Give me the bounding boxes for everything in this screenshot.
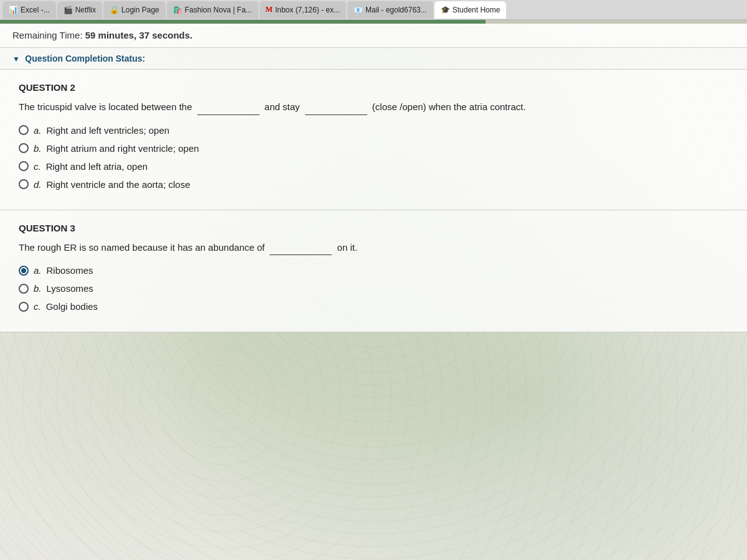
timer-text: Remaining Time: 59 minutes, 37 seconds.: [12, 30, 192, 40]
option-3b-letter: b.: [34, 283, 42, 294]
fashionnova-icon: 🛍️: [173, 6, 182, 14]
tab-login-label: Login Page: [121, 6, 159, 14]
question-3-number: QUESTION 3: [19, 223, 728, 233]
excel-icon: 📊: [9, 6, 18, 14]
blank-3: [270, 241, 332, 256]
option-3b[interactable]: b. Lysosomes: [19, 283, 728, 294]
mail-icon: 📧: [354, 6, 363, 14]
radio-2c[interactable]: [19, 161, 29, 171]
tab-fashionnova[interactable]: 🛍️ Fashion Nova | Fa...: [167, 1, 258, 19]
option-3c[interactable]: c. Golgi bodies: [19, 301, 728, 312]
question-2-container: QUESTION 2 The tricuspid valve is locate…: [0, 70, 747, 210]
option-2a-letter: a.: [34, 125, 42, 136]
qc-status-label: Question Completion Status:: [25, 54, 145, 63]
tab-mail[interactable]: 📧 Mail - egold6763...: [347, 1, 433, 19]
tab-inbox[interactable]: M Inbox (7,126) - ex...: [260, 1, 346, 19]
timer-section: Remaining Time: 59 minutes, 37 seconds.: [0, 24, 747, 48]
option-3a-text: Ribosomes: [47, 265, 93, 276]
tab-student-label: Student Home: [453, 6, 500, 14]
question-3-text: The rough ER is so named because it has …: [19, 241, 728, 256]
netflix-icon: 🎬: [63, 6, 73, 14]
tab-netflix-label: Netflix: [75, 6, 96, 14]
question-3-container: QUESTION 3 The rough ER is so named beca…: [0, 210, 747, 333]
radio-3b[interactable]: [19, 284, 29, 294]
tab-excel-label: Excel -...: [21, 6, 50, 14]
inbox-icon: M: [266, 5, 273, 14]
tab-inbox-label: Inbox (7,126) - ex...: [275, 6, 340, 14]
student-icon: 🎓: [441, 6, 450, 14]
radio-2d[interactable]: [19, 179, 29, 189]
option-2b[interactable]: b. Right atrium and right ventricle; ope…: [19, 143, 728, 154]
tab-fashionnova-label: Fashion Nova | Fa...: [185, 6, 252, 14]
option-2a[interactable]: a. Right and left ventricles; open: [19, 125, 728, 136]
question-2-number: QUESTION 2: [19, 82, 728, 93]
radio-3c[interactable]: [19, 302, 29, 312]
question-2-text: The tricuspid valve is located between t…: [19, 100, 728, 115]
timer-value: 59 minutes, 37 seconds.: [85, 30, 193, 40]
option-2c-text: Right and left atria, open: [46, 161, 148, 172]
option-2d[interactable]: d. Right ventricle and the aorta; close: [19, 179, 728, 190]
tab-login[interactable]: 🔒 Login Page: [103, 1, 166, 19]
radio-3a-fill: [21, 268, 26, 273]
radio-2a[interactable]: [19, 125, 29, 135]
option-2c-letter: c.: [34, 161, 41, 172]
option-2d-letter: d.: [34, 179, 42, 190]
radio-3a[interactable]: [19, 266, 29, 276]
content-wrapper: Remaining Time: 59 minutes, 37 seconds. …: [0, 20, 747, 332]
radio-2b[interactable]: [19, 143, 29, 153]
option-2b-text: Right atrium and right ventricle; open: [47, 143, 199, 154]
option-3b-text: Lysosomes: [47, 283, 93, 294]
timer-label: Remaining Time:: [12, 30, 83, 40]
blank-1: [197, 100, 260, 115]
main-content: Remaining Time: 59 minutes, 37 seconds. …: [0, 20, 747, 560]
option-3c-text: Golgi bodies: [46, 301, 98, 312]
tab-mail-label: Mail - egold6763...: [365, 6, 427, 14]
option-2b-letter: b.: [34, 143, 42, 154]
qc-arrow: ▼: [12, 55, 20, 63]
option-2d-text: Right ventricle and the aorta; close: [47, 179, 190, 190]
option-2c[interactable]: c. Right and left atria, open: [19, 161, 728, 172]
blank-2: [305, 100, 367, 115]
login-icon: 🔒: [110, 6, 119, 14]
tab-student-home[interactable]: 🎓 Student Home: [435, 1, 507, 19]
option-3a[interactable]: a. Ribosomes: [19, 265, 728, 276]
option-3c-letter: c.: [34, 301, 41, 312]
tab-netflix[interactable]: 🎬 Netflix: [57, 1, 102, 19]
tab-excel[interactable]: 📊 Excel -...: [2, 1, 56, 19]
option-2a-text: Right and left ventricles; open: [47, 125, 170, 136]
option-3a-letter: a.: [34, 265, 42, 276]
qc-status-section[interactable]: ▼ Question Completion Status:: [0, 48, 747, 70]
tab-bar: 📊 Excel -... 🎬 Netflix 🔒 Login Page 🛍️ F…: [0, 0, 747, 20]
